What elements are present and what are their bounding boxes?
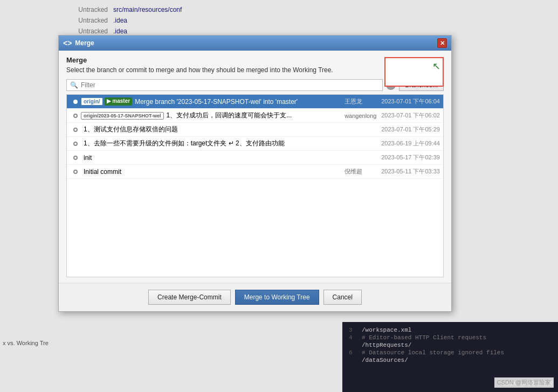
dialog-body: Merge Select the branch or commit to mer… xyxy=(59,51,451,283)
close-button[interactable]: ✕ xyxy=(437,38,447,48)
create-merge-commit-button[interactable]: Create Merge-Commit xyxy=(148,290,231,305)
filter-search-icon: 🔍 xyxy=(70,81,78,89)
top-right-indicator: ↖ xyxy=(384,57,444,87)
cancel-button[interactable]: Cancel xyxy=(323,290,362,305)
badge-origin-snapshot: origin/2023-05-17-SNAPSHOT-wel xyxy=(81,112,164,120)
dialog-titlebar: <> Merge ✕ xyxy=(59,36,451,51)
commit-message: 1、支付成功后，回调的速度可能会快于支... xyxy=(167,111,341,120)
graph-node xyxy=(70,114,81,118)
commit-message: Merge branch '2023-05-17-SNAPSHOT-wel' i… xyxy=(135,98,340,106)
dialog-title: Merge xyxy=(75,39,94,47)
badge-origin: origin/ xyxy=(81,97,103,106)
commit-row[interactable]: origin/2023-05-17-SNAPSHOT-wel 1、支付成功后，回… xyxy=(67,109,443,123)
commit-list[interactable]: origin/ ▶ master Merge branch '2023-05-1… xyxy=(66,94,444,277)
graph-dot xyxy=(73,128,78,132)
merge-dialog: <> Merge ✕ Merge Select the branch or co… xyxy=(58,35,452,312)
commit-row[interactable]: origin/ ▶ master Merge branch '2023-05-1… xyxy=(67,95,443,109)
merge-dialog-icon: <> xyxy=(63,39,72,47)
graph-node xyxy=(70,170,81,174)
graph-node xyxy=(70,156,81,160)
graph-node xyxy=(70,128,81,132)
commit-date: 2023-07-01 下午06:02 xyxy=(381,111,440,120)
commit-author: 倪维超 xyxy=(345,167,377,176)
graph-dot xyxy=(73,114,78,118)
commit-row[interactable]: 1、测试支付信息存储双倍的问题 2023-07-01 下午05:29 xyxy=(67,123,443,137)
graph-dot xyxy=(73,142,78,146)
commit-badges: origin/ ▶ master xyxy=(81,97,132,106)
commit-row[interactable]: init 2023-05-17 下午02:39 xyxy=(67,151,443,165)
commit-date: 2023-06-19 上午09:44 xyxy=(381,139,440,148)
filter-input[interactable] xyxy=(81,81,379,89)
commit-message: 1、去除一些不需要升级的文件例如：target文件夹 ↵ 2、支付路由功能 xyxy=(84,139,340,148)
dialog-footer: Create Merge-Commit Merge to Working Tre… xyxy=(59,283,451,311)
commit-date: 2023-05-17 下午02:39 xyxy=(381,153,440,162)
commit-date: 2023-05-11 下午03:33 xyxy=(381,167,440,176)
filter-input-wrapper[interactable]: 🔍 xyxy=(66,79,383,91)
graph-node xyxy=(70,100,81,104)
graph-node xyxy=(70,142,81,146)
commit-author: wangenlong xyxy=(345,113,377,119)
graph-dot xyxy=(73,170,78,174)
commit-date: 2023-07-01 下午06:04 xyxy=(381,97,440,106)
commit-badges: origin/2023-05-17-SNAPSHOT-wel xyxy=(81,112,164,120)
commit-message: init xyxy=(84,154,340,162)
csdn-watermark: CSDN @网络冒险家 xyxy=(494,377,554,388)
cursor-icon: ↖ xyxy=(432,60,440,72)
graph-dot xyxy=(73,100,78,104)
commit-author: 王恩龙 xyxy=(345,97,377,106)
commit-date: 2023-07-01 下午05:29 xyxy=(381,125,440,134)
graph-dot xyxy=(73,156,78,160)
merge-to-working-tree-button[interactable]: Merge to Working Tree xyxy=(235,290,319,305)
commit-message: 1、测试支付信息存储双倍的问题 xyxy=(84,125,340,134)
badge-master: ▶ master xyxy=(105,97,133,106)
commit-message: Initial commit xyxy=(84,168,340,176)
commit-row[interactable]: 1、去除一些不需要升级的文件例如：target文件夹 ↵ 2、支付路由功能 20… xyxy=(67,137,443,151)
commit-row[interactable]: Initial commit 倪维超 2023-05-11 下午03:33 xyxy=(67,165,443,179)
